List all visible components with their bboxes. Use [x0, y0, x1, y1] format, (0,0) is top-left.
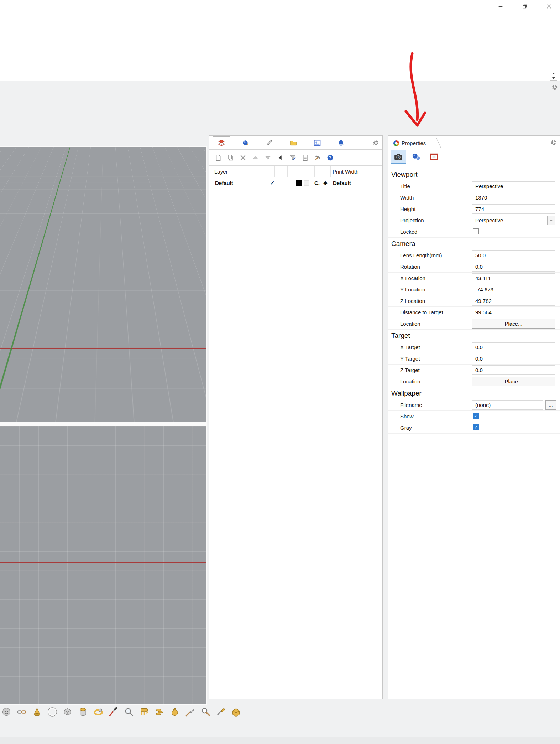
cone-button[interactable]	[32, 707, 42, 717]
property-label: Lens Length(mm)	[400, 250, 442, 261]
layer-row[interactable]: Default ✓ C. ◆ Default	[209, 177, 382, 188]
delete-icon	[240, 154, 246, 161]
circle-button[interactable]	[47, 707, 57, 717]
viewport-properties-button[interactable]	[391, 150, 406, 164]
projection-dropdown[interactable]: Perspective	[472, 216, 555, 225]
bars-button[interactable]	[155, 707, 164, 717]
tab-files[interactable]	[285, 137, 302, 149]
maximize-button[interactable]	[517, 1, 533, 12]
x-location-field[interactable]: 43.111	[472, 273, 555, 283]
property-label: Location	[400, 318, 420, 329]
property-label: Projection	[400, 215, 424, 226]
tab-notifications[interactable]	[333, 137, 349, 149]
pouch-icon	[170, 707, 180, 717]
close-button[interactable]	[541, 1, 557, 12]
report-button[interactable]	[301, 154, 309, 161]
layer-linetype[interactable]: Default	[333, 180, 351, 186]
knife-icon	[216, 707, 226, 717]
chevron-down-icon[interactable]	[547, 216, 555, 225]
tools-button[interactable]	[314, 154, 321, 161]
browse-button[interactable]: ...	[545, 400, 556, 410]
print-width-column-header[interactable]: Print Width	[333, 168, 358, 174]
gear-icon[interactable]	[551, 84, 558, 91]
layer-color-swatch[interactable]	[296, 180, 302, 186]
box-button[interactable]	[63, 707, 73, 717]
location-place-button[interactable]: Place...	[472, 377, 555, 386]
location-place-button[interactable]: Place...	[472, 319, 555, 329]
torus-button[interactable]	[93, 707, 103, 717]
show-checkbox[interactable]	[473, 413, 479, 419]
bars-icon	[155, 707, 164, 717]
rotation-field[interactable]: 0.0	[472, 262, 555, 272]
brush-button[interactable]	[109, 707, 119, 717]
property-label: X Target	[400, 342, 420, 353]
section-header-viewport: Viewport	[388, 169, 560, 181]
property-label: Y Target	[400, 353, 420, 364]
comb-button[interactable]	[139, 707, 149, 717]
x-target-field[interactable]: 0.0	[472, 342, 555, 352]
tab-annotate[interactable]	[261, 137, 278, 149]
collapse-button[interactable]	[276, 154, 284, 161]
y-location-field[interactable]: -74.673	[472, 285, 555, 294]
tab-rendering[interactable]	[309, 137, 325, 149]
chevron-down-icon	[549, 218, 554, 223]
cylinder-button[interactable]	[78, 707, 88, 717]
distance-to-target-field[interactable]: 99.564	[472, 308, 555, 317]
layer-column-header[interactable]: Layer	[214, 168, 228, 174]
layer-c-label: C.	[314, 180, 320, 186]
tab-layers[interactable]	[213, 136, 230, 149]
lens-length-mm-field[interactable]: 50.0	[472, 250, 555, 260]
scalpel-button[interactable]	[185, 707, 195, 717]
height-field[interactable]: 774	[472, 204, 555, 214]
filter-button[interactable]	[289, 154, 297, 161]
properties-tab[interactable]: Properties	[391, 138, 441, 148]
help-button[interactable]: ?	[326, 154, 334, 161]
y-target-field[interactable]: 0.0	[472, 354, 555, 363]
link-button[interactable]	[17, 707, 27, 717]
column-divider	[330, 166, 331, 177]
viewport-front[interactable]	[0, 426, 207, 705]
display-mode-icon	[429, 152, 439, 161]
camera-icon	[394, 152, 403, 161]
title-field[interactable]: Perspective	[472, 181, 555, 191]
minimize-button[interactable]	[492, 1, 509, 12]
move-down-button[interactable]	[264, 154, 272, 161]
z-location-field[interactable]: 49.782	[472, 296, 555, 306]
viewport-perspective[interactable]	[0, 146, 207, 422]
layer-name[interactable]: Default	[215, 180, 233, 186]
property-label: Filename	[400, 399, 422, 410]
property-row: Height774	[388, 203, 560, 215]
filename-field[interactable]: (none)	[472, 400, 543, 410]
new-layer-button[interactable]	[214, 154, 222, 161]
knife-button[interactable]	[216, 707, 226, 717]
gear-icon[interactable]	[372, 140, 379, 146]
z-target-field[interactable]: 0.0	[472, 365, 555, 375]
material-properties-button[interactable]	[408, 150, 424, 164]
move-up-button[interactable]	[251, 154, 259, 161]
pouch-button[interactable]	[170, 707, 180, 717]
package-button[interactable]	[231, 707, 241, 717]
linetype-diamond-icon[interactable]: ◆	[323, 180, 328, 186]
statusbar	[0, 723, 560, 737]
locked-checkbox[interactable]	[473, 228, 479, 234]
spinner-down-button[interactable]	[550, 76, 557, 80]
zoom-button[interactable]	[200, 707, 210, 717]
box-icon	[63, 707, 73, 717]
filter-icon	[289, 154, 296, 161]
tab-display[interactable]	[237, 137, 254, 149]
close-icon	[546, 4, 552, 9]
copy-layer-button[interactable]	[226, 154, 234, 161]
property-row: Z Target0.0	[388, 365, 560, 376]
magnifier-button[interactable]	[124, 707, 134, 717]
spinner-up-button[interactable]	[550, 71, 557, 76]
delete-layer-button[interactable]	[239, 154, 247, 161]
width-field[interactable]: 1370	[472, 193, 555, 202]
viewport-splitter[interactable]	[0, 422, 207, 426]
display-properties-button[interactable]	[426, 150, 442, 164]
layer-material-swatch[interactable]	[304, 180, 309, 185]
gray-checkbox[interactable]	[473, 424, 479, 430]
command-history-spinner[interactable]	[550, 71, 557, 81]
property-row: Locked	[388, 226, 560, 238]
gear-icon[interactable]	[550, 139, 557, 146]
face-button[interactable]	[1, 707, 11, 717]
